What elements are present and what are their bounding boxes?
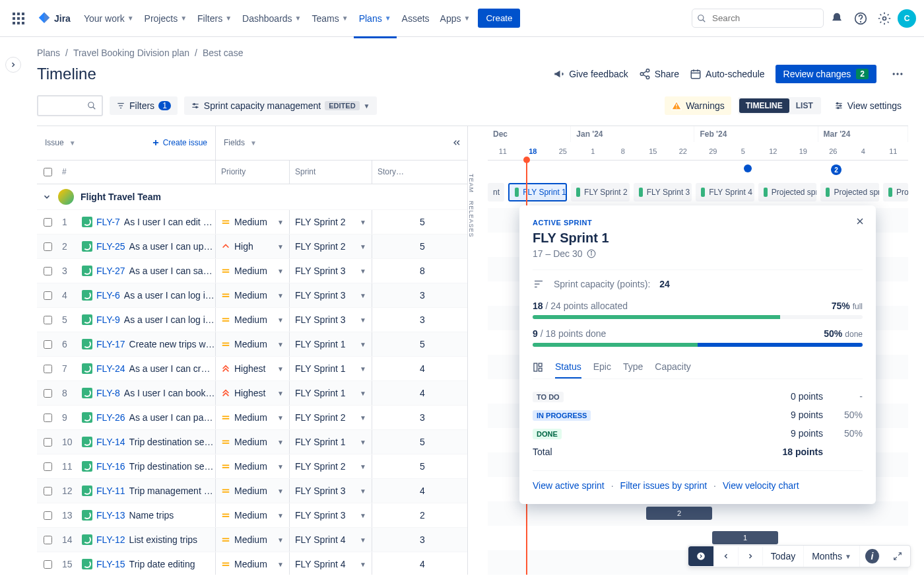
issue-row[interactable]: 5FLY-9As a user I can log i…Medium▼FLY S… [37, 308, 467, 332]
row-checkbox[interactable] [44, 438, 52, 447]
sprint-bar[interactable]: nt [488, 183, 504, 201]
today-button[interactable]: Today [763, 546, 804, 567]
issue-key[interactable]: FLY-24 [96, 363, 125, 374]
issue-row[interactable]: 3FLY-27As a user I can sav…Medium▼FLY Sp… [37, 259, 467, 283]
schedule-bar[interactable]: 2 [646, 507, 712, 520]
sprint-cell[interactable]: FLY Sprint 4▼ [289, 528, 372, 552]
jira-logo[interactable]: Jira [32, 11, 76, 26]
notifications-icon[interactable] [826, 8, 847, 29]
sprint-cell[interactable]: FLY Sprint 2▼ [289, 210, 372, 234]
sprint-cell[interactable]: FLY Sprint 2▼ [289, 235, 372, 258]
select-all-checkbox[interactable] [44, 168, 52, 176]
issue-key[interactable]: FLY-12 [96, 534, 125, 545]
expand-sidebar-icon[interactable] [5, 57, 21, 73]
nav-projects[interactable]: Projects ▼ [139, 8, 192, 29]
list-view-tab[interactable]: LIST [789, 98, 820, 113]
issue-row[interactable]: 14FLY-12List existing tripsMedium▼FLY Sp… [37, 528, 467, 552]
app-switcher-icon[interactable] [8, 8, 29, 29]
issue-key[interactable]: FLY-13 [96, 510, 125, 521]
fields-dropdown[interactable]: Fields [224, 138, 245, 147]
tab-epic[interactable]: Epic [593, 356, 611, 379]
sprint-cell[interactable]: FLY Sprint 3▼ [289, 479, 372, 503]
sprint-cell[interactable]: FLY Sprint 1▼ [289, 357, 372, 380]
sprint-bar[interactable]: Projected spr… [820, 183, 879, 201]
row-checkbox[interactable] [44, 462, 52, 471]
auto-schedule-button[interactable]: Auto-schedule [690, 68, 765, 80]
issue-key[interactable]: FLY-25 [96, 241, 125, 252]
priority-cell[interactable]: Medium▼ [215, 283, 289, 307]
search-input[interactable] [692, 9, 824, 28]
scroll-start-icon[interactable] [688, 546, 714, 566]
sprint-cell[interactable]: FLY Sprint 1▼ [289, 381, 372, 405]
info-icon[interactable]: i [865, 549, 880, 563]
tab-capacity[interactable]: Capacity [655, 356, 690, 379]
issue-row[interactable]: 6FLY-17Create new trips wi…Medium▼FLY Sp… [37, 332, 467, 357]
crumb-scenario[interactable]: Best case [203, 48, 243, 58]
more-menu-icon[interactable] [887, 63, 908, 85]
sprint-cell[interactable]: FLY Sprint 3▼ [289, 308, 372, 332]
global-search[interactable] [692, 9, 824, 28]
issue-key[interactable]: FLY-27 [96, 266, 125, 276]
issue-key[interactable]: FLY-11 [96, 486, 125, 496]
row-checkbox[interactable] [44, 560, 52, 569]
feedback-button[interactable]: Give feedback [553, 68, 628, 80]
priority-cell[interactable]: Medium▼ [215, 503, 289, 527]
row-checkbox[interactable] [44, 291, 52, 300]
sprint-cell[interactable]: FLY Sprint 3▼ [289, 259, 372, 283]
chevron-down-icon[interactable]: ▼ [69, 139, 76, 147]
row-checkbox[interactable] [44, 218, 52, 227]
issue-row[interactable]: 12FLY-11Trip management f…Medium▼FLY Spr… [37, 479, 467, 503]
settings-icon[interactable] [874, 8, 895, 29]
sprint-cell[interactable]: FLY Sprint 2▼ [289, 454, 372, 478]
priority-cell[interactable]: Medium▼ [215, 308, 289, 332]
nav-your-work[interactable]: Your work ▼ [79, 8, 139, 29]
issue-row[interactable]: 1FLY-7As I user I can edit …Medium▼FLY S… [37, 210, 467, 235]
filters-button[interactable]: Filters 1 [110, 96, 178, 115]
sprint-cell[interactable]: FLY Sprint 4▼ [289, 552, 372, 575]
filter-search[interactable] [37, 95, 103, 116]
issue-key[interactable]: FLY-17 [96, 339, 125, 349]
release-marker[interactable] [744, 164, 752, 172]
close-icon[interactable] [855, 216, 865, 229]
priority-cell[interactable]: Medium▼ [215, 210, 289, 234]
issue-key[interactable]: FLY-7 [96, 217, 120, 227]
priority-cell[interactable]: Medium▼ [215, 454, 289, 478]
nav-filters[interactable]: Filters ▼ [192, 8, 237, 29]
review-changes-button[interactable]: Review changes 2 [776, 65, 876, 83]
issue-row[interactable]: 9FLY-26As a user I can pay…Medium▼FLY Sp… [37, 406, 467, 430]
crumb-plan[interactable]: Travel Booking Division plan [73, 48, 189, 58]
issue-row[interactable]: 8FLY-8As I user I can book …Highest▼FLY … [37, 381, 467, 406]
priority-cell[interactable]: Highest▼ [215, 357, 289, 380]
priority-cell[interactable]: Highest▼ [215, 381, 289, 405]
tab-type[interactable]: Type [623, 356, 643, 379]
nav-dashboards[interactable]: Dashboards ▼ [237, 8, 306, 29]
chevron-down-icon[interactable] [42, 192, 51, 201]
issue-key[interactable]: FLY-14 [96, 437, 125, 447]
row-checkbox[interactable] [44, 340, 52, 349]
info-icon[interactable] [587, 249, 596, 258]
sprint-bar[interactable]: Proj [883, 183, 908, 201]
help-icon[interactable] [850, 8, 871, 29]
issue-row[interactable]: 2FLY-25As a user I can up…High▼FLY Sprin… [37, 235, 467, 259]
next-icon[interactable] [739, 547, 763, 565]
priority-cell[interactable]: Medium▼ [215, 552, 289, 575]
layout-icon[interactable] [533, 362, 543, 373]
issue-row[interactable]: 10FLY-14Trip destination sel…Medium▼FLY … [37, 430, 467, 454]
warnings-button[interactable]: Warnings [665, 96, 731, 115]
row-checkbox[interactable] [44, 267, 52, 275]
fullscreen-icon[interactable] [885, 546, 910, 566]
row-checkbox[interactable] [44, 511, 52, 520]
priority-cell[interactable]: High▼ [215, 235, 289, 258]
sprint-bar[interactable]: FLY Sprint 3 [634, 183, 692, 201]
prev-icon[interactable] [714, 547, 739, 565]
row-checkbox[interactable] [44, 487, 52, 495]
issue-key[interactable]: FLY-8 [96, 388, 120, 398]
nav-teams[interactable]: Teams ▼ [307, 8, 354, 29]
sprint-capacity-button[interactable]: Sprint capacity management EDITED ▼ [184, 96, 377, 115]
nav-plans[interactable]: Plans ▼ [354, 8, 397, 29]
user-avatar[interactable]: C [898, 9, 916, 28]
view-settings-button[interactable]: View settings [828, 96, 908, 115]
issue-key[interactable]: FLY-6 [96, 290, 120, 301]
row-checkbox[interactable] [44, 389, 52, 398]
priority-cell[interactable]: Medium▼ [215, 479, 289, 503]
